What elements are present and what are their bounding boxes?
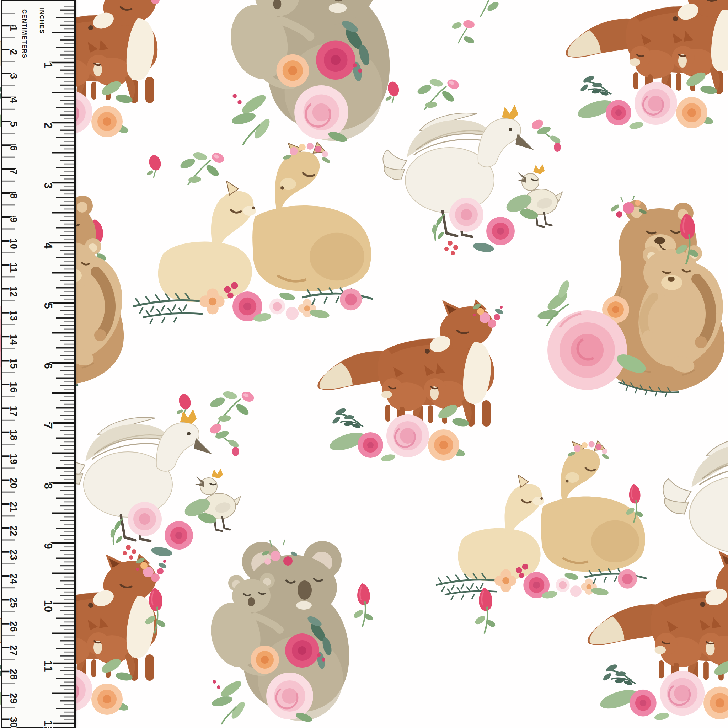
ruler-cm-number: 16 [8, 382, 19, 392]
ruler-inch-number: 7 [42, 423, 54, 429]
ruler-cm-number: 21 [8, 502, 19, 512]
ruler-cm-number: 22 [8, 525, 19, 536]
ruler-cm-number: 20 [8, 478, 19, 488]
ruler-cm-number: 27 [8, 645, 19, 656]
ruler-inch-number: 3 [42, 182, 54, 188]
ruler-cm-number: 26 [8, 621, 19, 632]
ruler-inch-number: 6 [42, 362, 54, 369]
ruler-cm-number: 17 [8, 406, 19, 417]
ruler-cm-number: 13 [8, 310, 19, 321]
fabric-swatch-photo: 1234567891011121314151617181920212223242… [0, 0, 728, 728]
ruler-cm-number: 6 [8, 145, 19, 151]
ruler-cm-number: 12 [8, 286, 19, 297]
ruler-cm-number: 2 [8, 50, 19, 55]
ruler-inch-number: 4 [42, 242, 54, 249]
ruler-cm-number: 15 [8, 358, 19, 369]
ruler-cm-number: 28 [8, 669, 19, 680]
fabric-pattern [0, 0, 728, 728]
ruler-cm-number: 30 [8, 717, 19, 728]
ruler-cm-number: 14 [8, 334, 19, 345]
ruler-inch-number: 12 [42, 720, 54, 728]
ruler-cm-number: 8 [8, 193, 19, 199]
ruler-inch-number: 10 [42, 600, 54, 612]
ruler-inch-number: 9 [42, 543, 54, 549]
ruler-cm-number: 23 [8, 549, 19, 560]
ruler-cm-number: 18 [8, 430, 19, 440]
ruler-cm-number: 5 [8, 122, 19, 127]
ruler-cm-number: 19 [8, 454, 19, 464]
ruler-cm-number: 25 [8, 597, 19, 608]
ruler-scale: 1234567891011121314151617181920212223242… [1, 0, 76, 728]
ruler-cm-number: 1 [8, 26, 19, 31]
ruler-cm-number: 9 [8, 217, 19, 223]
ruler-cm-number: 10 [8, 239, 19, 249]
ruler-label-centimeters: CENTIMETERS [21, 9, 28, 58]
ruler-label-inches: INCHES [38, 8, 45, 34]
ruler-inch-number: 1 [42, 62, 54, 68]
ruler-inch-number: 2 [42, 122, 54, 128]
ruler-inch-number: 8 [42, 483, 54, 489]
ruler-inch-number: 5 [42, 303, 54, 309]
ruler-cm-number: 29 [8, 693, 19, 704]
ruler-cm-number: 24 [8, 574, 19, 584]
ruler-cm-number: 11 [8, 263, 19, 273]
ruler-inch-number: 11 [42, 661, 54, 672]
measuring-ruler: 1234567891011121314151617181920212223242… [1, 0, 76, 728]
ruler-cm-number: 7 [8, 169, 19, 174]
ruler-cm-number: 3 [8, 73, 19, 79]
ruler-cm-number: 4 [8, 97, 19, 103]
